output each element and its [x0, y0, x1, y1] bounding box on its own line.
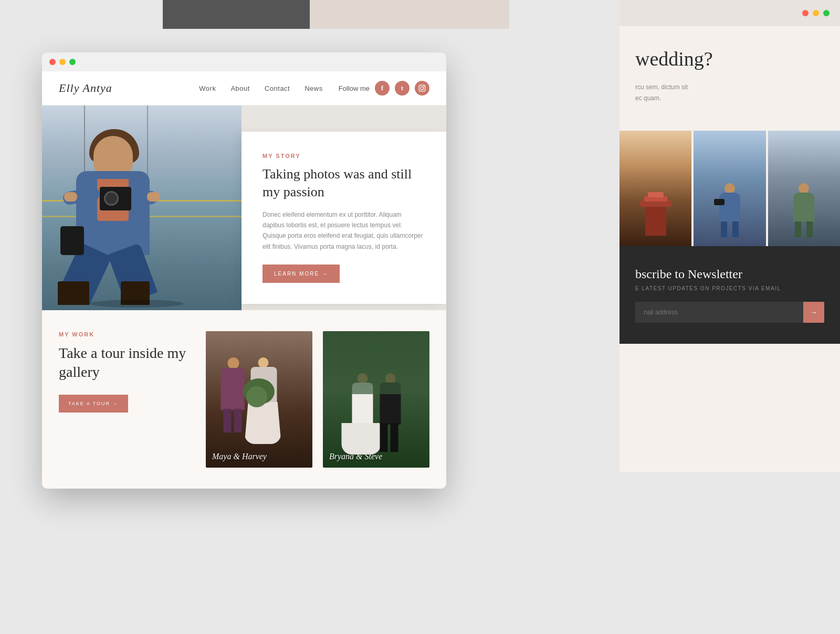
- top-partial-light-area: [310, 0, 509, 29]
- instagram-icon[interactable]: [415, 81, 429, 96]
- photographer-camera: [100, 187, 131, 210]
- email-row: →: [635, 302, 824, 323]
- site-nav: Elly Antya Work About Contact News Follo…: [42, 71, 446, 105]
- nav-link-work[interactable]: Work: [199, 84, 216, 92]
- gallery-label-bryana: Bryana & Steve: [329, 452, 382, 461]
- browser-toolbar: [42, 52, 446, 71]
- bottom-section: MY WORK Take a tour inside my gallery TA…: [42, 310, 446, 489]
- site-logo: Elly Antya: [59, 81, 112, 95]
- follow-section: Follow me f t: [339, 81, 429, 96]
- dot-red-2: [802, 10, 808, 16]
- top-partial-strip: [163, 0, 509, 29]
- twitter-icon[interactable]: t: [395, 81, 410, 96]
- photographer-shadow: [89, 300, 184, 308]
- photographer-figure: [58, 111, 226, 310]
- story-body: Donec eleifend elementum ex ut porttitor…: [262, 209, 425, 252]
- wedding-para: rcu sem, dictum sit ec quam.: [635, 82, 824, 104]
- nav-link-news[interactable]: News: [304, 84, 323, 92]
- photo-strip: [620, 131, 840, 246]
- work-tag: MY WORK: [59, 331, 195, 337]
- dot-green-2: [823, 10, 830, 16]
- second-window-topbar: [620, 0, 840, 26]
- gallery-item-bryana[interactable]: Bryana & Steve: [323, 331, 429, 468]
- photographer-left-hand: [64, 192, 77, 202]
- minimize-dot[interactable]: [59, 59, 66, 65]
- camera-lens: [104, 191, 119, 206]
- svg-point-1: [421, 87, 424, 90]
- follow-label: Follow me: [339, 84, 370, 92]
- newsletter-subtitle: E LATEST UPDATES ON PROJECTS VIA EMAIL: [635, 286, 824, 291]
- gallery-label-maya: Maya & Harvey: [212, 452, 267, 461]
- strip-photo-woman: [694, 131, 765, 246]
- story-title: Taking photos was and still my passion: [262, 165, 425, 201]
- wedding-heading: wedding?: [635, 47, 824, 71]
- facebook-icon[interactable]: f: [375, 81, 390, 96]
- story-card: MY STORY Taking photos was and still my …: [242, 132, 446, 304]
- story-tag: MY STORY: [262, 153, 425, 159]
- maximize-dot[interactable]: [69, 59, 76, 65]
- close-dot[interactable]: [49, 59, 56, 65]
- maya-harvey-photo: [206, 331, 312, 468]
- nav-link-contact[interactable]: Contact: [265, 84, 290, 92]
- email-input[interactable]: [635, 302, 803, 322]
- hero-section: MY STORY Taking photos was and still my …: [42, 105, 446, 310]
- newsletter-title: bscribe to Newsletter: [635, 267, 824, 281]
- take-tour-button[interactable]: TAKE A TOUR →: [59, 395, 128, 413]
- strip-photo-pagoda: [620, 131, 691, 246]
- email-submit-button[interactable]: →: [803, 302, 824, 323]
- newsletter-section: bscribe to Newsletter E LATEST UPDATES O…: [620, 246, 840, 344]
- top-partial-dark-area: [163, 0, 310, 29]
- work-title: Take a tour inside my gallery: [59, 344, 195, 382]
- main-browser-window: Elly Antya Work About Contact News Follo…: [42, 52, 446, 489]
- gallery-item-maya[interactable]: Maya & Harvey: [206, 331, 312, 468]
- my-work-text: MY WORK Take a tour inside my gallery TA…: [59, 331, 195, 468]
- nav-link-about[interactable]: About: [230, 84, 249, 92]
- second-browser-window: wedding? rcu sem, dictum sit ec quam.: [620, 0, 840, 472]
- learn-more-button[interactable]: LEARN MORE →: [262, 265, 340, 283]
- photographer-left-boot: [58, 281, 89, 305]
- bryana-steve-photo: [323, 331, 429, 468]
- svg-point-2: [424, 86, 425, 87]
- strip-photo-person: [768, 131, 840, 246]
- hero-photographer-photo: [42, 105, 242, 310]
- photographer-bag: [60, 226, 84, 255]
- dot-yellow-2: [813, 10, 819, 16]
- wedding-text-section: wedding? rcu sem, dictum sit ec quam.: [620, 26, 840, 120]
- nav-links: Work About Contact News: [199, 84, 322, 92]
- photographer-right-hand: [147, 192, 160, 202]
